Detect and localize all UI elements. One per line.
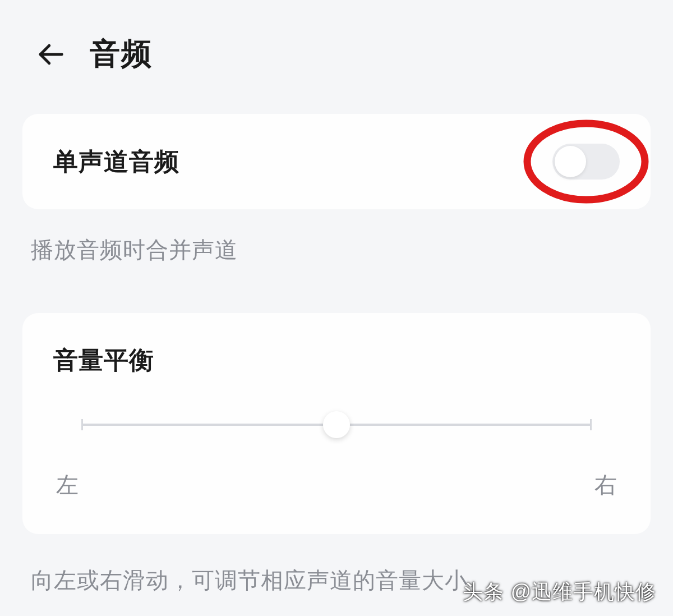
slider-thumb[interactable]: [323, 411, 350, 438]
mono-audio-card: 单声道音频: [22, 114, 651, 209]
balance-label: 音量平衡: [53, 344, 620, 377]
back-arrow-icon[interactable]: [34, 38, 67, 71]
header: 音频: [0, 0, 673, 103]
slider-right-label: 右: [594, 470, 617, 500]
mono-audio-toggle[interactable]: [552, 144, 620, 180]
toggle-knob: [555, 146, 586, 177]
toggle-container: [552, 144, 620, 180]
balance-slider[interactable]: [81, 411, 592, 439]
mono-audio-label: 单声道音频: [53, 145, 179, 178]
watermark-text: 头条 @迅维手机快修: [463, 578, 656, 606]
slider-left-label: 左: [56, 470, 79, 500]
balance-card: 音量平衡 左 右: [22, 313, 651, 534]
page-title: 音频: [90, 34, 153, 75]
mono-audio-description: 播放音频时合并声道: [0, 209, 673, 271]
slider-labels: 左 右: [53, 470, 620, 500]
